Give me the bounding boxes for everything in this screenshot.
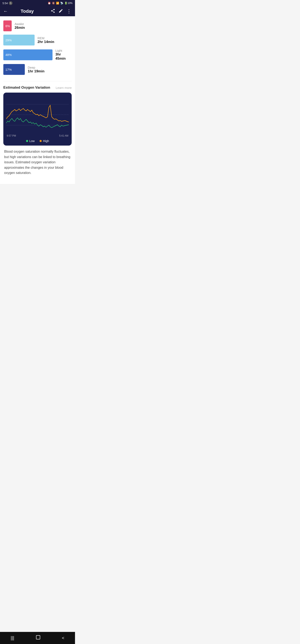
stage-row-light: 48% Light 3hr 45min	[3, 49, 72, 61]
light-percent: 48%	[5, 53, 12, 56]
legend-low-label: Low	[29, 139, 35, 143]
main-content: 6% Awake 26min 29% REM 2hr 14min 48% Lig…	[0, 16, 75, 184]
legend-low: Low	[26, 139, 35, 143]
deep-info: Deep 1hr 19min	[28, 66, 44, 74]
oxygen-description: Blood oxygen saturation normally fluctua…	[3, 149, 72, 176]
chart-times: 9:57 PM 5:41 AM	[6, 134, 69, 137]
oxygen-section: Estimated Oxygen Variation Learn more 9:…	[3, 86, 72, 180]
sleep-stages: 6% Awake 26min 29% REM 2hr 14min 48% Lig…	[3, 20, 72, 75]
rem-bar: 29%	[3, 34, 34, 46]
awake-bar: 6%	[3, 20, 12, 31]
mute-icon: 🔇	[52, 2, 55, 4]
rem-label: REM	[37, 36, 54, 40]
light-info: Light 3hr 45min	[55, 49, 72, 61]
high-dot	[39, 140, 42, 142]
share-button[interactable]	[51, 8, 55, 14]
chart-legend: Low High	[6, 139, 69, 143]
light-bar: 48%	[3, 50, 52, 60]
deep-duration: 1hr 19min	[28, 69, 44, 74]
oxygen-header: Estimated Oxygen Variation Learn more	[3, 86, 72, 90]
wifi-icon: 📶	[56, 2, 59, 4]
notification-badge: 5	[9, 1, 12, 5]
low-dot	[26, 140, 28, 142]
legend-high-label: High	[43, 139, 49, 143]
status-right: ⏰ 🔇 📶 📡 🔋10%	[48, 2, 72, 4]
awake-label: Awake	[14, 22, 25, 26]
status-time: 5:54	[2, 2, 8, 5]
alarm-icon: ⏰	[48, 2, 51, 4]
deep-bar: 17%	[3, 64, 25, 75]
status-left: 5:54 5	[2, 1, 12, 5]
oxygen-chart	[6, 96, 69, 134]
status-bar: 5:54 5 ⏰ 🔇 📶 📡 🔋10%	[0, 0, 75, 6]
awake-duration: 26min	[14, 26, 25, 30]
rem-percent: 29%	[5, 38, 12, 42]
chart-start-time: 9:57 PM	[7, 134, 16, 137]
more-button[interactable]: ⋮	[66, 8, 72, 14]
stage-row-awake: 6% Awake 26min	[3, 20, 72, 31]
deep-label: Deep	[28, 66, 44, 69]
chart-end-time: 5:41 AM	[59, 134, 68, 137]
legend-high: High	[39, 139, 49, 143]
light-label: Light	[55, 49, 72, 52]
page-title: Today	[6, 8, 48, 14]
rem-duration: 2hr 14min	[37, 40, 54, 44]
light-duration: 3hr 45min	[55, 52, 72, 61]
battery-icon: 🔋10%	[64, 2, 72, 4]
rem-info: REM 2hr 14min	[37, 36, 54, 44]
deep-percent: 17%	[5, 68, 12, 71]
oxygen-title: Estimated Oxygen Variation	[3, 86, 50, 90]
oxygen-chart-container: 9:57 PM 5:41 AM Low High	[3, 92, 72, 146]
stage-row-deep: 17% Deep 1hr 19min	[3, 64, 72, 75]
top-bar-actions: ⋮	[51, 8, 72, 14]
learn-more-button[interactable]: Learn more	[56, 86, 72, 90]
awake-info: Awake 26min	[14, 22, 25, 30]
awake-percent: 6%	[5, 24, 10, 28]
edit-button[interactable]	[58, 8, 63, 14]
stage-row-rem: 29% REM 2hr 14min	[3, 34, 72, 46]
signal-icon: 📡	[60, 2, 63, 4]
top-bar: ← Today ⋮	[0, 6, 75, 16]
